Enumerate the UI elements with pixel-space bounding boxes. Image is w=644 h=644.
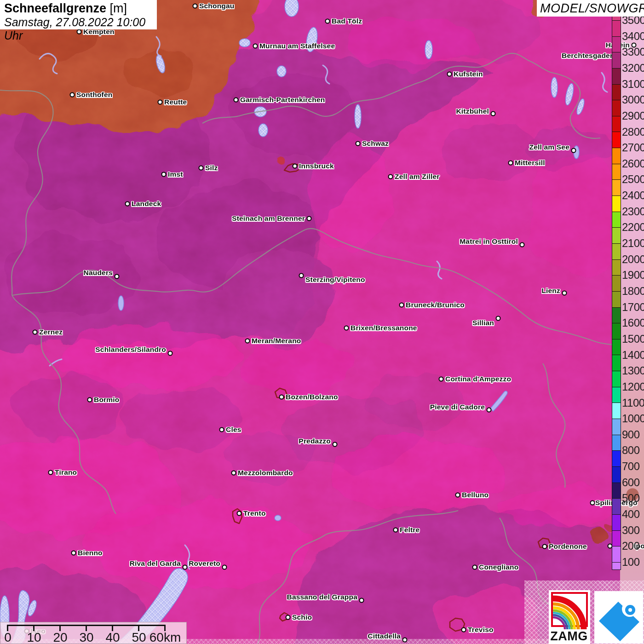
- model-label: MODEL/SNOWGRiD: [540, 1, 644, 16]
- city-dot: [234, 98, 239, 103]
- colorbar-segment: [612, 276, 621, 292]
- colorbar-tick-label: 1700: [622, 301, 644, 314]
- city-label: Schio: [292, 613, 312, 621]
- city-label: Murnau am Staffelsee: [259, 42, 335, 50]
- city-label: Predazzo: [299, 437, 331, 445]
- colorbar-tick-label: 3300: [622, 46, 644, 58]
- city-label: Brixen/Bressanone: [351, 324, 417, 332]
- colorbar-tick-label: 800: [622, 444, 640, 457]
- city-label: Sillian: [472, 319, 494, 327]
- colorbar-tick-label: 100: [622, 556, 640, 569]
- colorbar-tick-label: 1100: [622, 397, 644, 409]
- city-dot: [487, 408, 492, 413]
- city-label: Nauders: [84, 269, 113, 277]
- city-label: Meran/Merano: [252, 337, 301, 345]
- city-label: Silz: [205, 164, 218, 172]
- city-markers-layer: SchongauBad TölzKemptenMurnau am Staffel…: [0, 0, 644, 644]
- colorbar-tick-label: 500: [622, 492, 640, 505]
- colorbar-segment: [612, 52, 621, 69]
- city-dot: [333, 442, 338, 447]
- colorbar-tick-label: 400: [622, 508, 640, 521]
- city-label: Landeck: [132, 200, 161, 208]
- zamg-logo-text: ZAMG: [549, 629, 589, 644]
- colorbar-segment: [612, 148, 621, 164]
- city-label: Sterzing/Vipiteno: [305, 276, 365, 284]
- city-label: Bozen/Bolzano: [286, 393, 338, 401]
- city-label: Rovereto: [189, 559, 220, 568]
- city-dot: [359, 598, 364, 603]
- city-dot: [168, 351, 173, 356]
- colorbar-segment: [612, 546, 621, 563]
- colorbar-tick-label: 1400: [622, 349, 644, 362]
- colorbar-tick-label: 2300: [622, 205, 644, 218]
- colorbar-segment: [612, 196, 621, 212]
- city-label: Cittadella: [368, 632, 401, 640]
- colorbar-segment: [612, 531, 621, 547]
- city-dot: [87, 397, 92, 402]
- colorbar-segment: [612, 515, 621, 531]
- city-dot: [279, 395, 284, 400]
- snow-partner-logo: [594, 591, 643, 644]
- colorbar-tick-label: 600: [622, 476, 640, 489]
- scalebar-tick-label: 60km: [142, 630, 188, 644]
- city-dot: [325, 19, 330, 24]
- colorbar-tick-label: 1600: [622, 316, 644, 329]
- city-label: Bassano del Grappa: [287, 593, 357, 601]
- title-parameter: Schneefallgrenze: [4, 1, 106, 15]
- city-dot: [231, 471, 236, 476]
- city-dot: [399, 303, 404, 308]
- city-dot: [571, 148, 576, 153]
- city-label: Schlanders/Silandro: [95, 345, 166, 354]
- colorbar-tick-label: 3200: [622, 62, 644, 75]
- colorbar-tick-label: 1800: [622, 285, 644, 298]
- city-label: Steinach am Brenner: [232, 214, 305, 223]
- colorbar-tick-label: 2800: [622, 126, 644, 138]
- colorbar-tick-label: 2200: [622, 221, 644, 234]
- page-title: Schneefallgrenze [m]: [4, 1, 153, 16]
- city-dot: [245, 339, 250, 344]
- city-label: Pieve di Cadore: [430, 403, 485, 411]
- colorbar-tick-label: 1900: [622, 269, 644, 282]
- colorbar-tick-label: 700: [622, 460, 640, 473]
- city-dot: [393, 528, 398, 533]
- city-label: Mezzolombardo: [238, 469, 293, 477]
- city-dot: [590, 500, 595, 506]
- city-dot: [33, 330, 38, 335]
- city-label: Lienz: [541, 287, 560, 295]
- city-label: Zernez: [39, 328, 63, 336]
- colorbar-segment: [612, 180, 621, 196]
- city-label: Belluno: [462, 491, 489, 499]
- colorbar-segment: [612, 467, 621, 483]
- city-label: Trento: [243, 509, 266, 518]
- colorbar-tick-label: 1500: [622, 333, 644, 345]
- colorbar-tick-label: 300: [622, 524, 640, 537]
- city-label: Tirano: [55, 468, 77, 477]
- city-dot: [222, 565, 227, 570]
- city-dot: [447, 72, 452, 77]
- colorbar-tick-label: 1300: [622, 364, 644, 377]
- colorbar-segment: [612, 292, 621, 308]
- colorbar-tick-label: 1200: [622, 380, 644, 393]
- city-dot: [472, 565, 477, 570]
- colorbar-tick-label: 2600: [622, 157, 644, 170]
- city-dot: [183, 565, 188, 570]
- city-label: Cles: [226, 426, 242, 434]
- city-label: Treviso: [468, 626, 494, 634]
- colorbar-segment: [612, 308, 621, 324]
- city-label: Schongau: [199, 2, 235, 10]
- colorbar-segment: [612, 451, 621, 467]
- city-dot: [71, 551, 76, 556]
- colorbar-tick-label: 200: [622, 540, 640, 552]
- colorbar-segment: [612, 355, 621, 371]
- colorbar-segment: [612, 244, 621, 260]
- city-dot: [491, 111, 496, 116]
- colorbar-segment: [612, 339, 621, 356]
- colorbar-tick-label: 3100: [622, 78, 644, 91]
- city-label: Riva del Garda: [130, 559, 181, 568]
- model-label-box: MODEL/SNOWGRiD: [537, 0, 644, 17]
- colorbar-tick-label: 2900: [622, 109, 644, 122]
- colorbar-tick-label: 3400: [622, 30, 644, 43]
- city-label: Innsbruck: [299, 162, 334, 170]
- city-label: Kitzbühel: [456, 107, 489, 115]
- city-dot: [125, 201, 130, 207]
